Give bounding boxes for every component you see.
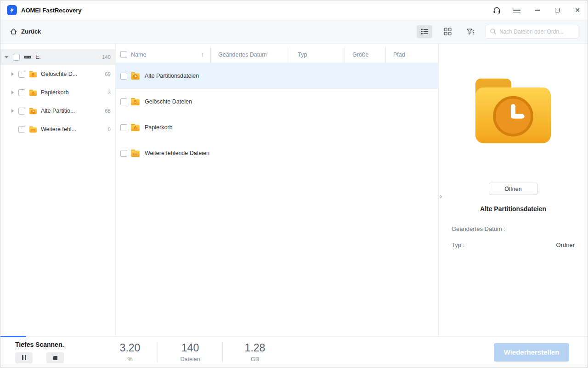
recycle-bin-folder-icon bbox=[130, 123, 140, 132]
old-partition-folder-icon bbox=[29, 107, 37, 115]
file-row-recycle-bin[interactable]: Papierkorb bbox=[116, 115, 438, 140]
old-partition-checkbox[interactable] bbox=[18, 108, 25, 115]
column-label: Größe bbox=[352, 52, 368, 58]
sidebar-item-recycle-bin[interactable]: Papierkorb 3 bbox=[0, 83, 115, 102]
menu-button[interactable] bbox=[507, 0, 527, 20]
item-label: Gelöschte D... bbox=[41, 71, 102, 77]
recover-button[interactable]: Wiederherstellen bbox=[494, 343, 569, 362]
app-title: AOMEI FastRecovery bbox=[21, 7, 82, 14]
column-header-size[interactable]: Größe bbox=[345, 46, 385, 63]
sidebar-item-deleted-files[interactable]: Gelöschte D... 69 bbox=[0, 65, 115, 83]
panel-collapse-chevron-icon[interactable]: › bbox=[440, 193, 442, 200]
expand-arrow-icon[interactable] bbox=[11, 109, 14, 113]
column-header-date[interactable]: Geändertes Datum bbox=[210, 46, 290, 63]
file-list: Name ↑ Geändertes Datum Typ Größe Pfad A… bbox=[116, 44, 438, 336]
file-name: Papierkorb bbox=[145, 124, 172, 131]
content-area: E: 140 Gelöschte D... 69 Papierkorb 3 Al… bbox=[0, 44, 588, 336]
file-row-deleted-files[interactable]: Gelöschte Dateien bbox=[116, 89, 438, 115]
sidebar-item-missing-files[interactable]: Weitere fehl... 0 bbox=[0, 120, 115, 138]
scan-progress-bar bbox=[0, 336, 26, 337]
item-label: Papierkorb bbox=[41, 89, 105, 96]
item-label: Weitere fehl... bbox=[41, 126, 105, 132]
pause-scan-button[interactable] bbox=[15, 352, 33, 363]
stat-unit: % bbox=[102, 356, 158, 362]
drive-count: 140 bbox=[102, 54, 111, 60]
file-name: Alte Partitionsdateien bbox=[145, 73, 199, 79]
field-label: Typ : bbox=[452, 242, 464, 248]
stat-value: 3.20 bbox=[102, 342, 158, 354]
stat-files: 140 Dateien bbox=[158, 342, 222, 362]
stat-percent: 3.20 % bbox=[102, 342, 158, 362]
details-field-type: Typ : Ordner bbox=[452, 242, 575, 248]
open-button[interactable]: Öffnen bbox=[489, 183, 537, 195]
list-view-button[interactable] bbox=[417, 25, 432, 38]
maximize-icon bbox=[555, 8, 560, 12]
maximize-button[interactable] bbox=[547, 0, 567, 20]
scan-status-text: Tiefes Scannen. bbox=[15, 341, 102, 348]
stop-scan-button[interactable] bbox=[46, 352, 64, 363]
filter-button[interactable] bbox=[463, 25, 478, 38]
headset-icon bbox=[492, 6, 501, 15]
app-logo bbox=[7, 5, 17, 15]
stat-unit: Dateien bbox=[158, 356, 222, 362]
close-button[interactable]: ✕ bbox=[567, 0, 588, 20]
file-name: Gelöschte Dateien bbox=[145, 98, 192, 105]
row-checkbox[interactable] bbox=[120, 98, 127, 105]
file-row-missing-files[interactable]: Weitere fehlende Dateien bbox=[116, 140, 438, 166]
home-icon bbox=[10, 28, 17, 35]
expand-arrow-icon[interactable] bbox=[11, 72, 14, 76]
field-value: Ordner bbox=[556, 242, 575, 248]
search-input[interactable] bbox=[499, 29, 574, 35]
list-view-icon bbox=[421, 28, 429, 35]
column-header-name[interactable]: Name ↑ bbox=[131, 46, 210, 63]
missing-files-checkbox[interactable] bbox=[18, 126, 25, 133]
file-row-old-partition[interactable]: Alte Partitionsdateien bbox=[116, 63, 438, 89]
details-panel: › Öffnen Alte Partitionsdateien Geändert… bbox=[438, 44, 588, 336]
toolbar: Zurück bbox=[0, 20, 588, 44]
missing-files-folder-icon bbox=[29, 126, 37, 133]
column-header-type[interactable]: Typ bbox=[290, 46, 345, 63]
back-button[interactable]: Zurück bbox=[10, 28, 41, 35]
item-count: 68 bbox=[105, 108, 111, 114]
status-bar: Tiefes Scannen. 3.20 % 140 Dateien 1.28 … bbox=[0, 336, 588, 368]
back-label: Zurück bbox=[21, 28, 41, 35]
column-label: Name bbox=[131, 52, 146, 58]
hamburger-icon bbox=[513, 6, 520, 14]
filter-icon bbox=[466, 28, 475, 35]
sidebar-item-drive-e[interactable]: E: 140 bbox=[0, 49, 115, 65]
details-title: Alte Partitionsdateien bbox=[439, 205, 588, 213]
search-box bbox=[486, 25, 578, 39]
minimize-button[interactable] bbox=[527, 0, 547, 20]
recycle-bin-checkbox[interactable] bbox=[18, 89, 25, 96]
sidebar-item-old-partition[interactable]: Alte Partitio... 68 bbox=[0, 102, 115, 120]
sort-asc-icon[interactable]: ↑ bbox=[201, 51, 204, 58]
support-headset-button[interactable] bbox=[486, 0, 507, 20]
column-header-path[interactable]: Pfad bbox=[385, 46, 438, 63]
minimize-icon bbox=[535, 10, 540, 11]
stat-value: 140 bbox=[158, 342, 222, 354]
deleted-files-folder-icon bbox=[29, 70, 37, 78]
old-partition-folder-icon-large bbox=[470, 71, 556, 150]
old-partition-folder-icon bbox=[130, 71, 140, 80]
details-field-date: Geändertes Datum : bbox=[452, 225, 575, 232]
row-checkbox[interactable] bbox=[120, 124, 127, 131]
drive-label: E: bbox=[35, 54, 99, 60]
stat-value: 1.28 bbox=[223, 342, 287, 354]
collapse-arrow-icon[interactable] bbox=[5, 56, 8, 58]
file-list-header: Name ↑ Geändertes Datum Typ Größe Pfad bbox=[116, 46, 438, 63]
stat-size: 1.28 GB bbox=[223, 342, 287, 362]
recycle-bin-folder-icon bbox=[29, 89, 37, 97]
drive-icon bbox=[23, 53, 32, 61]
pause-icon bbox=[21, 355, 27, 362]
deleted-files-checkbox[interactable] bbox=[18, 71, 25, 78]
stop-icon bbox=[53, 356, 57, 360]
grid-view-button[interactable] bbox=[440, 25, 455, 38]
lightning-icon bbox=[9, 7, 15, 13]
select-all-checkbox[interactable] bbox=[120, 51, 127, 58]
drive-checkbox[interactable] bbox=[13, 54, 20, 61]
row-checkbox[interactable] bbox=[120, 73, 127, 80]
row-checkbox[interactable] bbox=[120, 150, 127, 157]
missing-files-folder-icon bbox=[130, 149, 140, 158]
close-icon: ✕ bbox=[575, 6, 580, 14]
expand-arrow-icon[interactable] bbox=[11, 91, 14, 94]
